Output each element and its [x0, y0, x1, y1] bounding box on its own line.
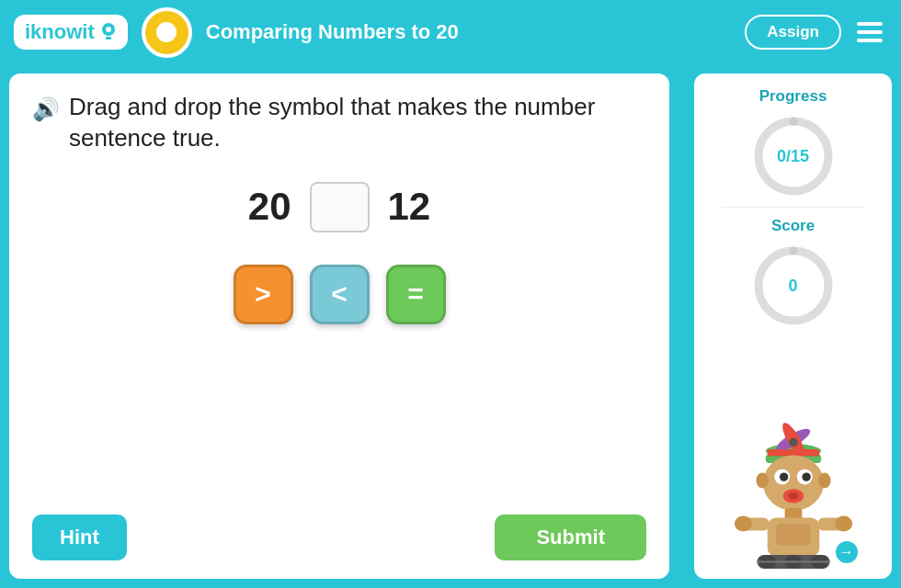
- svg-point-27: [734, 516, 751, 532]
- progress-value: 0/15: [777, 147, 809, 166]
- hint-button[interactable]: Hint: [32, 514, 127, 560]
- next-icon: →: [839, 544, 854, 560]
- submit-button[interactable]: Submit: [495, 514, 646, 560]
- symbol-gt[interactable]: >: [234, 265, 293, 324]
- right-panel: Progress 0/15 Score 0: [694, 74, 892, 579]
- svg-point-17: [802, 472, 810, 481]
- logo: iknowit: [14, 15, 128, 50]
- score-label: Score: [771, 217, 815, 235]
- right-number: 12: [388, 185, 431, 229]
- title-circle: [142, 7, 192, 58]
- drop-target[interactable]: [310, 182, 370, 232]
- left-panel: 🔊 Drag and drop the symbol that makes th…: [9, 74, 669, 579]
- symbol-gt-label: >: [255, 278, 271, 310]
- main-area: 🔊 Drag and drop the symbol that makes th…: [0, 64, 901, 588]
- score-value: 0: [788, 277, 797, 296]
- vertical-divider: [680, 74, 683, 579]
- bulb-icon: [100, 22, 117, 42]
- question-area: 🔊 Drag and drop the symbol that makes th…: [32, 92, 646, 154]
- svg-point-21: [818, 472, 830, 488]
- sound-icon[interactable]: 🔊: [32, 95, 60, 123]
- svg-point-10: [789, 438, 797, 447]
- mascot-area: →: [720, 336, 867, 570]
- progress-label: Progress: [759, 87, 827, 106]
- progress-circle: 0/15: [752, 115, 835, 198]
- number-row: 20 12: [32, 182, 646, 232]
- symbols-row: > < =: [32, 265, 646, 324]
- question-text: Drag and drop the symbol that makes the …: [69, 92, 646, 154]
- hamburger-line-2: [857, 30, 883, 34]
- logo-text: iknowit: [25, 20, 95, 44]
- header: iknowit Comparing Numbers to 20 Assign: [0, 0, 901, 64]
- svg-rect-12: [767, 449, 819, 457]
- svg-rect-1: [106, 37, 111, 40]
- symbol-eq-label: =: [407, 278, 424, 310]
- title-circle-inner: [156, 22, 177, 42]
- hamburger-button[interactable]: [852, 17, 887, 47]
- hamburger-line-1: [857, 22, 883, 26]
- lesson-title: Comparing Numbers to 20: [206, 20, 746, 44]
- bottom-buttons: Hint Submit: [32, 514, 646, 560]
- score-circle: 0: [752, 244, 835, 327]
- svg-point-20: [756, 472, 768, 488]
- svg-point-19: [788, 492, 798, 500]
- left-number: 20: [248, 185, 291, 229]
- symbol-lt-label: <: [331, 278, 348, 310]
- divider-1: [722, 207, 865, 208]
- svg-rect-24: [776, 524, 811, 546]
- symbol-eq[interactable]: =: [386, 265, 446, 324]
- assign-button[interactable]: Assign: [745, 15, 841, 50]
- svg-point-28: [835, 516, 852, 532]
- symbol-lt[interactable]: <: [310, 265, 370, 324]
- hamburger-line-3: [857, 39, 883, 42]
- svg-point-16: [779, 472, 787, 481]
- svg-point-2: [106, 27, 111, 32]
- next-button[interactable]: →: [834, 539, 860, 565]
